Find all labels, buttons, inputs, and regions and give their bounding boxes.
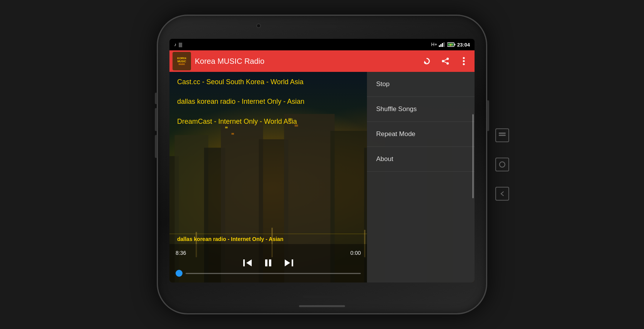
signal-icon [439, 42, 446, 47]
app-title: Korea MUSIC Radio [195, 57, 419, 66]
speaker-top [307, 25, 337, 28]
volume-down-btn[interactable] [155, 108, 157, 131]
station-list: Cast.cc - Seoul South Korea - World Asia… [169, 72, 367, 143]
home-btn[interactable] [495, 158, 509, 171]
progress-handle[interactable] [176, 270, 183, 277]
svg-rect-43 [243, 259, 245, 266]
time-display: 23:04 [457, 42, 470, 48]
svg-marker-42 [246, 259, 252, 266]
progress-row [176, 270, 361, 277]
phone-screen: ♪ ||| H+ ⚡ 23:04 [169, 39, 475, 282]
svg-line-15 [443, 59, 448, 61]
status-right-icons: H+ ⚡ 23:04 [431, 42, 470, 48]
status-left-icons: ♪ ||| [174, 42, 182, 47]
menu-scrollbar [472, 114, 474, 198]
next-button[interactable] [284, 258, 294, 268]
menu-item-stop[interactable]: Stop [367, 72, 475, 97]
battery-icon: ⚡ [447, 42, 456, 47]
now-playing-text: dallas korean radio - Internet Only - As… [177, 236, 283, 242]
main-content: Cast.cc - Seoul South Korea - World Asia… [169, 72, 475, 282]
svg-rect-47 [292, 259, 293, 266]
recents-btn[interactable] [495, 128, 509, 142]
menu-item-about[interactable]: About [367, 147, 475, 172]
dropdown-menu: Stop Shuffle Songs Repeat Mode About [367, 72, 475, 282]
svg-point-18 [463, 60, 465, 62]
bottom-bar [299, 305, 345, 307]
back-btn[interactable] [495, 187, 509, 201]
svg-rect-6 [443, 42, 445, 47]
svg-marker-46 [285, 259, 290, 266]
app-toolbar: KOR€4 MUSIC RADIO Korea MUSIC Radio [169, 50, 475, 72]
svg-rect-1 [499, 135, 506, 136]
toolbar-icons [419, 53, 471, 69]
controls-row [176, 258, 361, 268]
refresh-button[interactable] [419, 53, 435, 69]
pause-button[interactable] [264, 258, 272, 268]
total-time: 0:00 [350, 250, 361, 256]
app-logo: KOR€4 MUSIC RADIO [173, 52, 191, 70]
player-controls: 8:36 0:00 [169, 244, 367, 282]
svg-point-19 [463, 63, 465, 65]
share-icon [441, 57, 450, 65]
svg-point-17 [463, 57, 465, 59]
svg-point-2 [500, 162, 505, 167]
phone-shell: ♪ ||| H+ ⚡ 23:04 [157, 15, 487, 314]
refresh-icon [423, 57, 431, 65]
time-row: 8:36 0:00 [176, 250, 361, 256]
svg-rect-9 [455, 44, 455, 45]
volume-up-btn[interactable] [155, 93, 157, 104]
svg-rect-44 [265, 259, 267, 266]
svg-rect-5 [442, 43, 443, 47]
next-icon [284, 259, 294, 267]
now-playing-bar: dallas korean radio - Internet Only - As… [169, 234, 367, 244]
svg-rect-3 [439, 45, 440, 47]
more-icon [463, 57, 465, 65]
more-button[interactable] [456, 53, 471, 69]
current-time: 8:36 [176, 250, 186, 256]
menu-item-repeat[interactable]: Repeat Mode [367, 122, 475, 147]
nav-buttons [495, 128, 509, 201]
station-item-2[interactable]: DreamCast - Internet Only - World Asia [177, 117, 359, 126]
share-button[interactable] [438, 53, 453, 69]
pause-icon [264, 259, 272, 267]
progress-bar[interactable] [186, 273, 361, 274]
music-notification-icon: ♪ [174, 42, 176, 47]
svg-line-16 [443, 61, 448, 63]
network-type: H+ [431, 42, 437, 47]
speaker-bottom [303, 296, 341, 298]
station-item-1[interactable]: dallas korean radio - Internet Only - As… [177, 97, 359, 106]
prev-icon [242, 259, 252, 267]
status-bar: ♪ ||| H+ ⚡ 23:04 [169, 39, 475, 50]
bars-notification-icon: ||| [179, 42, 182, 47]
svg-rect-4 [440, 44, 442, 47]
camera [256, 23, 261, 28]
svg-text:⚡: ⚡ [449, 43, 452, 47]
svg-rect-45 [269, 259, 271, 266]
volume-down-btn2[interactable] [155, 135, 157, 158]
station-item-0[interactable]: Cast.cc - Seoul South Korea - World Asia [177, 78, 359, 86]
prev-button[interactable] [242, 258, 252, 268]
menu-item-shuffle[interactable]: Shuffle Songs [367, 97, 475, 122]
svg-marker-11 [424, 61, 427, 63]
app-logo-text: KOR€4 MUSIC RADIO [177, 57, 186, 66]
power-btn[interactable] [487, 100, 489, 131]
svg-rect-0 [499, 133, 506, 134]
